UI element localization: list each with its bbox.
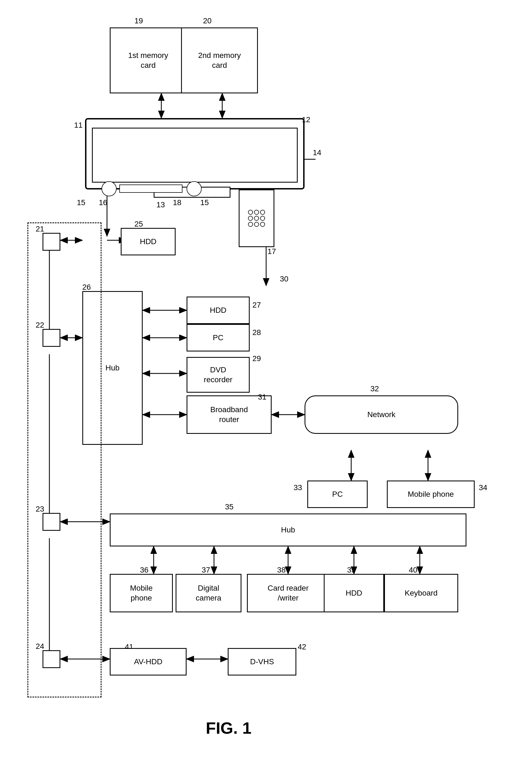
d-vhs-label: D-VHS: [250, 657, 274, 667]
av-hdd-label: AV-HDD: [134, 657, 162, 667]
label-11: 11: [74, 121, 83, 130]
label-37: 37: [202, 566, 210, 574]
hub-35-box: Hub: [110, 513, 466, 546]
pc-28-box: PC: [186, 324, 250, 352]
label-40: 40: [409, 566, 417, 574]
card-reader-box: Card reader/writer: [247, 574, 329, 612]
label-28: 28: [252, 328, 261, 337]
pc-28-label: PC: [213, 333, 224, 343]
tv-box: [85, 118, 305, 190]
tv-button-left: [102, 181, 117, 196]
mobile-phone-34-label: Mobile phone: [408, 489, 454, 499]
remote-box: [239, 190, 274, 247]
label-15b: 15: [200, 198, 209, 207]
label-15a: 15: [77, 198, 85, 207]
dvd-recorder-box: DVDrecorder: [186, 357, 250, 392]
label-18: 18: [173, 198, 181, 207]
label-17: 17: [268, 247, 276, 256]
hdd-top-label: HDD: [140, 237, 157, 247]
label-20: 20: [203, 16, 211, 25]
mobile-phone-36-box: Mobilephone: [110, 574, 173, 612]
mobile-phone-34-box: Mobile phone: [387, 480, 475, 508]
dvd-recorder-label: DVDrecorder: [204, 365, 232, 385]
tv-disc-slot: [119, 185, 182, 193]
fig-label: FIG. 1: [206, 719, 252, 738]
broadband-router-label: Broadbandrouter: [210, 405, 248, 425]
hdd-27-box: HDD: [186, 297, 250, 324]
label-34: 34: [479, 483, 487, 492]
memory-card-1-box: 1st memorycard: [110, 27, 186, 93]
pc-33-box: PC: [307, 480, 368, 508]
label-32: 32: [371, 384, 379, 393]
label-14: 14: [313, 148, 321, 157]
label-31: 31: [258, 392, 266, 401]
card-reader-label: Card reader/writer: [268, 583, 308, 603]
hdd-39-box: HDD: [324, 574, 384, 612]
dashed-group-box: [27, 223, 102, 697]
tv-button-right: [186, 181, 202, 196]
hub-26-label: Hub: [105, 363, 119, 373]
d-vhs-box: D-VHS: [228, 648, 296, 675]
digital-camera-label: Digitalcamera: [196, 583, 221, 603]
network-box: Network: [305, 395, 458, 434]
diagram: 19 1st memorycard 20 2nd memorycard 11 1…: [0, 0, 532, 765]
label-27: 27: [252, 301, 261, 310]
label-36: 36: [140, 566, 148, 574]
hdd-27-label: HDD: [210, 305, 227, 315]
av-hdd-box: AV-HDD: [110, 648, 186, 675]
label-25: 25: [134, 220, 143, 229]
label-12: 12: [302, 115, 310, 124]
label-16: 16: [99, 198, 107, 207]
label-42: 42: [298, 642, 306, 651]
keyboard-label: Keyboard: [405, 588, 437, 598]
hdd-39-label: HDD: [346, 588, 363, 598]
label-19: 19: [134, 16, 143, 25]
keyboard-box: Keyboard: [384, 574, 458, 612]
label-29: 29: [252, 354, 261, 363]
label-35: 35: [225, 502, 233, 511]
memory-card-1-label: 1st memorycard: [128, 51, 168, 71]
hub-35-label: Hub: [281, 525, 295, 535]
digital-camera-box: Digitalcamera: [175, 574, 241, 612]
network-label: Network: [368, 410, 396, 419]
memory-card-2-box: 2nd memorycard: [181, 27, 258, 93]
label-30: 30: [280, 275, 288, 283]
memory-card-2-label: 2nd memorycard: [198, 51, 241, 71]
mobile-phone-36-label: Mobilephone: [130, 583, 152, 603]
label-38: 38: [277, 566, 286, 574]
pc-33-label: PC: [332, 489, 343, 499]
label-13: 13: [156, 201, 165, 209]
label-39: 39: [347, 566, 356, 574]
label-33: 33: [294, 483, 302, 492]
hdd-top-box: HDD: [121, 228, 175, 255]
